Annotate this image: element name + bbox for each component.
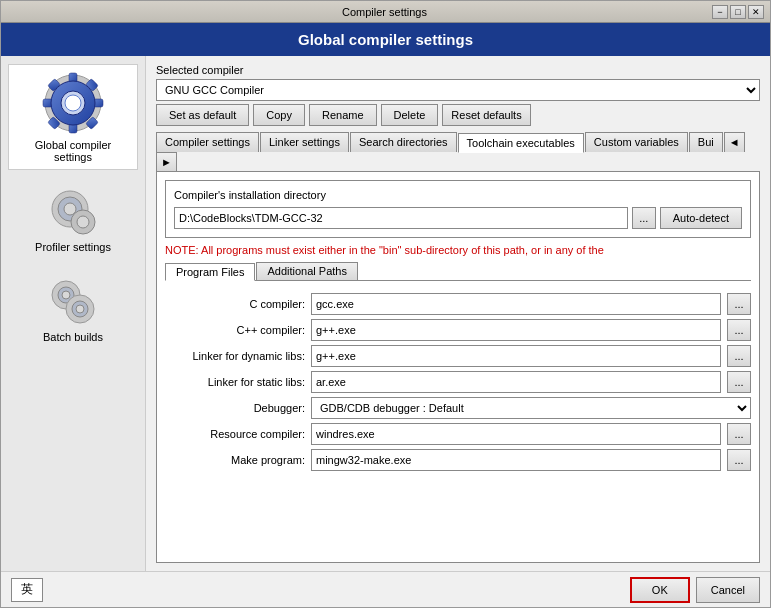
tab-compiler-settings[interactable]: Compiler settings xyxy=(156,132,259,152)
profiler-icon xyxy=(48,187,98,237)
sub-tab-additional-paths[interactable]: Additional Paths xyxy=(256,262,358,280)
c-compiler-label: C compiler: xyxy=(165,298,305,310)
debugger-row: Debugger: GDB/CDB debugger : Default xyxy=(165,397,751,419)
c-compiler-row: C compiler: ... xyxy=(165,293,751,315)
linker-dynamic-row: Linker for dynamic libs: ... xyxy=(165,345,751,367)
sidebar-item-label-batch: Batch builds xyxy=(43,331,103,343)
resource-compiler-input[interactable] xyxy=(311,423,721,445)
window-title: Compiler settings xyxy=(57,6,712,18)
svg-point-19 xyxy=(62,291,70,299)
delete-button[interactable]: Delete xyxy=(381,104,439,126)
copy-button[interactable]: Copy xyxy=(253,104,305,126)
language-button[interactable]: 英 xyxy=(11,578,43,602)
sidebar: Global compilersettings Profiler setting… xyxy=(1,56,146,571)
dir-row: ... Auto-detect xyxy=(174,207,742,229)
c-compiler-browse[interactable]: ... xyxy=(727,293,751,315)
compiler-select[interactable]: GNU GCC Compiler xyxy=(156,79,760,101)
cancel-button[interactable]: Cancel xyxy=(696,577,760,603)
main-panel: Selected compiler GNU GCC Compiler Set a… xyxy=(146,56,770,571)
compiler-row: GNU GCC Compiler xyxy=(156,79,760,101)
note-text: NOTE: All programs must exist either in … xyxy=(165,244,751,256)
reset-defaults-button[interactable]: Reset defaults xyxy=(442,104,530,126)
tab-more-button[interactable]: ◄ xyxy=(724,132,745,152)
linker-dynamic-input[interactable] xyxy=(311,345,721,367)
c-compiler-input[interactable] xyxy=(311,293,721,315)
linker-static-browse[interactable]: ... xyxy=(727,371,751,393)
sidebar-item-global-compiler[interactable]: Global compilersettings xyxy=(8,64,138,170)
svg-point-11 xyxy=(65,95,81,111)
tabs-container: Compiler settings Linker settings Search… xyxy=(156,132,760,563)
browse-button[interactable]: ... xyxy=(632,207,656,229)
tab-build[interactable]: Bui xyxy=(689,132,723,152)
linker-dynamic-browse[interactable]: ... xyxy=(727,345,751,367)
sidebar-item-profiler[interactable]: Profiler settings xyxy=(8,180,138,260)
cpp-compiler-input[interactable] xyxy=(311,319,721,341)
linker-dynamic-label: Linker for dynamic libs: xyxy=(165,350,305,362)
debugger-select[interactable]: GDB/CDB debugger : Default xyxy=(311,397,751,419)
bottom-right-buttons: OK Cancel xyxy=(630,577,760,603)
batch-icon xyxy=(48,277,98,327)
sub-tab-program-files[interactable]: Program Files xyxy=(165,263,255,281)
sidebar-item-batch[interactable]: Batch builds xyxy=(8,270,138,350)
installation-dir-label: Compiler's installation directory xyxy=(174,189,742,201)
svg-point-22 xyxy=(76,305,84,313)
tab-custom-variables[interactable]: Custom variables xyxy=(585,132,688,152)
tab-search-directories[interactable]: Search directories xyxy=(350,132,457,152)
tab-linker-settings[interactable]: Linker settings xyxy=(260,132,349,152)
cpp-compiler-browse[interactable]: ... xyxy=(727,319,751,341)
tabs-row: Compiler settings Linker settings Search… xyxy=(156,132,760,172)
program-table: C compiler: ... C++ compiler: ... Li xyxy=(165,287,751,477)
resource-compiler-label: Resource compiler: xyxy=(165,428,305,440)
maximize-button[interactable]: □ xyxy=(730,5,746,19)
linker-static-label: Linker for static libs: xyxy=(165,376,305,388)
compiler-buttons: Set as default Copy Rename Delete Reset … xyxy=(156,104,760,126)
minimize-button[interactable]: − xyxy=(712,5,728,19)
close-button[interactable]: ✕ xyxy=(748,5,764,19)
svg-point-16 xyxy=(77,216,89,228)
gear-icon xyxy=(41,71,105,135)
set-default-button[interactable]: Set as default xyxy=(156,104,249,126)
tab-toolchain-executables[interactable]: Toolchain executables xyxy=(458,133,584,153)
sidebar-item-label-profiler: Profiler settings xyxy=(35,241,111,253)
linker-static-input[interactable] xyxy=(311,371,721,393)
tab-content: Compiler's installation directory ... Au… xyxy=(156,172,760,563)
rename-button[interactable]: Rename xyxy=(309,104,377,126)
title-bar-buttons: − □ ✕ xyxy=(712,5,764,19)
make-program-row: Make program: ... xyxy=(165,449,751,471)
linker-static-row: Linker for static libs: ... xyxy=(165,371,751,393)
installation-dir-input[interactable] xyxy=(174,207,628,229)
content-area: Global compilersettings Profiler setting… xyxy=(1,56,770,571)
header-title: Global compiler settings xyxy=(298,31,473,48)
installation-dir-section: Compiler's installation directory ... Au… xyxy=(165,180,751,238)
selected-compiler-group: Selected compiler GNU GCC Compiler Set a… xyxy=(156,64,760,126)
ok-button[interactable]: OK xyxy=(630,577,690,603)
cpp-compiler-label: C++ compiler: xyxy=(165,324,305,336)
make-program-input[interactable] xyxy=(311,449,721,471)
sub-tabs-row: Program Files Additional Paths xyxy=(165,262,751,281)
resource-compiler-browse[interactable]: ... xyxy=(727,423,751,445)
sidebar-item-label-global-compiler: Global compilersettings xyxy=(35,139,111,163)
tab-more-button-right[interactable]: ► xyxy=(156,152,177,171)
cpp-compiler-row: C++ compiler: ... xyxy=(165,319,751,341)
resource-compiler-row: Resource compiler: ... xyxy=(165,423,751,445)
main-window: Compiler settings − □ ✕ Global compiler … xyxy=(0,0,771,608)
title-bar: Compiler settings − □ ✕ xyxy=(1,1,770,23)
bottom-bar: 英 OK Cancel xyxy=(1,571,770,607)
selected-compiler-label: Selected compiler xyxy=(156,64,760,76)
auto-detect-button[interactable]: Auto-detect xyxy=(660,207,742,229)
make-program-browse[interactable]: ... xyxy=(727,449,751,471)
make-program-label: Make program: xyxy=(165,454,305,466)
header-bar: Global compiler settings xyxy=(1,23,770,56)
debugger-label: Debugger: xyxy=(165,402,305,414)
